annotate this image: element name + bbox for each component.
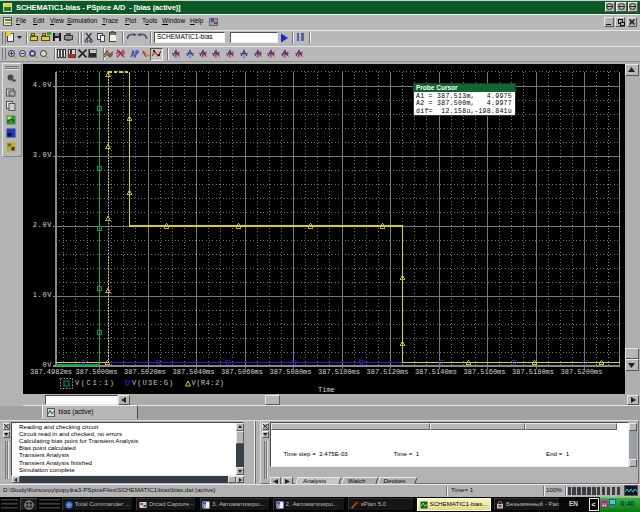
- svg-text:W: W: [277, 502, 283, 508]
- svg-text:W: W: [203, 502, 209, 508]
- svg-text:H: H: [602, 501, 606, 507]
